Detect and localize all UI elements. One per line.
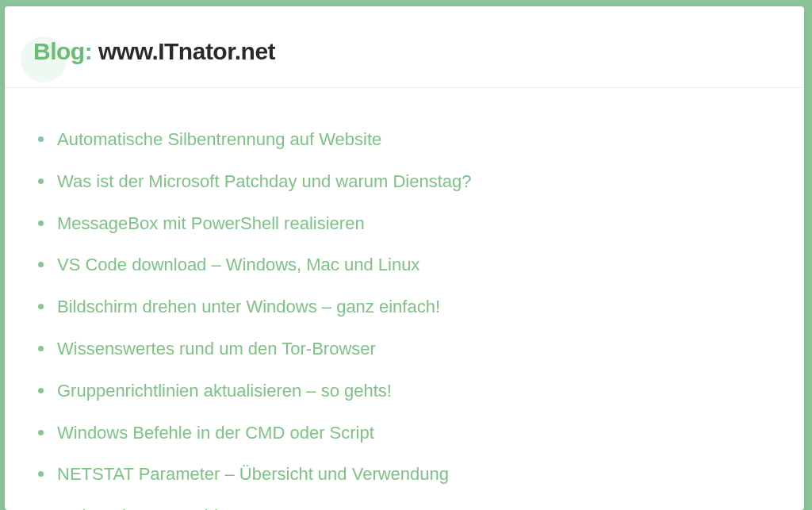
blog-card: Blog: www.ITnator.net Automatische Silbe…: [5, 6, 804, 510]
blog-post-link[interactable]: MessageBox mit PowerShell realisieren: [57, 213, 365, 233]
blog-post-link[interactable]: Was ist der Microsoft Patchday und warum…: [57, 171, 472, 191]
blog-post-link[interactable]: Gruppenrichtlinien aktualisieren – so ge…: [57, 381, 392, 401]
list-item: Active Directory Fehler 0x800708c5 – Ken…: [33, 504, 776, 510]
list-item: Was ist der Microsoft Patchday und warum…: [33, 170, 776, 194]
blog-post-link[interactable]: Automatische Silbentrennung auf Website: [57, 129, 381, 149]
blog-post-link[interactable]: Wissenswertes rund um den Tor-Browser: [57, 339, 376, 359]
blog-title-text: www.ITnator.net: [98, 38, 275, 64]
blog-post-list: Automatische Silbentrennung auf Website …: [33, 128, 776, 510]
list-item: MessageBox mit PowerShell realisieren: [33, 212, 776, 236]
list-item: Wissenswertes rund um den Tor-Browser: [33, 337, 776, 362]
list-item: NETSTAT Parameter – Übersicht und Verwen…: [33, 462, 776, 487]
blog-title-prefix: Blog:: [33, 38, 92, 64]
list-item: VS Code download – Windows, Mac und Linu…: [33, 253, 776, 278]
card-content: Automatische Silbentrennung auf Website …: [5, 88, 804, 510]
list-item: Automatische Silbentrennung auf Website: [33, 128, 776, 152]
card-header: Blog: www.ITnator.net: [5, 6, 804, 87]
blog-post-link[interactable]: Windows Befehle in der CMD oder Script: [57, 423, 374, 443]
blog-post-link[interactable]: Bildschirm drehen unter Windows – ganz e…: [57, 297, 440, 316]
list-item: Bildschirm drehen unter Windows – ganz e…: [33, 295, 776, 320]
list-item: Gruppenrichtlinien aktualisieren – so ge…: [33, 379, 776, 404]
list-item: Windows Befehle in der CMD oder Script: [33, 421, 776, 446]
blog-post-link[interactable]: Active Directory Fehler 0x800708c5 – Ken…: [57, 506, 427, 510]
blog-title: Blog: www.ITnator.net: [33, 38, 776, 65]
blog-post-link[interactable]: NETSTAT Parameter – Übersicht und Verwen…: [57, 464, 449, 484]
blog-post-link[interactable]: VS Code download – Windows, Mac und Linu…: [57, 255, 419, 274]
